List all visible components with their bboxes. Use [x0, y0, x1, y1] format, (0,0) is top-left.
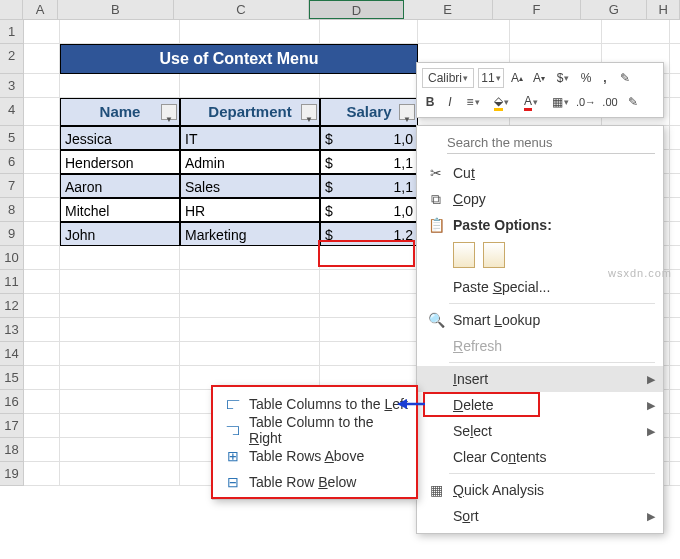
menu-sort[interactable]: Sort▶ — [417, 503, 663, 529]
submenu-table-column-to-the-right[interactable]: ⫎Table Column to the Right — [213, 417, 416, 443]
col-header-C[interactable]: C — [174, 0, 309, 19]
cell-dept[interactable]: Marketing — [180, 222, 320, 246]
menu-smart-lookup[interactable]: 🔍Smart Lookup — [417, 307, 663, 333]
row-header-16[interactable]: 16 — [0, 390, 24, 414]
row-header-2[interactable]: 2 — [0, 44, 24, 74]
filter-icon[interactable] — [161, 104, 177, 120]
chevron-right-icon: ▶ — [647, 510, 655, 523]
cell-dept[interactable]: Sales — [180, 174, 320, 198]
cell-name[interactable]: John — [60, 222, 180, 246]
format-icon[interactable]: ✎ — [624, 92, 642, 112]
borders-icon[interactable]: ▦ — [548, 92, 572, 112]
table-header-name: Name — [60, 98, 180, 126]
row-header-19[interactable]: 19 — [0, 462, 24, 486]
accounting-format-icon[interactable]: $ — [552, 68, 574, 88]
page-title: Use of Context Menu — [60, 44, 418, 74]
menu-insert[interactable]: Insert▶ — [417, 366, 663, 392]
font-name-select[interactable]: Calibri — [422, 68, 474, 88]
fill-color-icon[interactable]: ⬙ — [488, 92, 514, 112]
menu-quick-analysis[interactable]: ▦Quick Analysis — [417, 477, 663, 503]
spreadsheet-grid: ABCDEFGH 12345678910111213141516171819 U… — [0, 0, 680, 20]
cell-salary[interactable]: $1,2 — [320, 222, 418, 246]
menu-copy[interactable]: ⧉Copy — [417, 186, 663, 212]
col-header-B[interactable]: B — [58, 0, 174, 19]
row-header-3[interactable]: 3 — [0, 74, 24, 98]
▦-icon: ▦ — [425, 482, 447, 498]
row-header-6[interactable]: 6 — [0, 150, 24, 174]
⧉-icon: ⧉ — [425, 191, 447, 208]
context-menu: ✂Cut⧉Copy📋Paste Options:Paste Special...… — [416, 125, 664, 534]
row-header-15[interactable]: 15 — [0, 366, 24, 390]
row-header-10[interactable]: 10 — [0, 246, 24, 270]
menu-select[interactable]: Select▶ — [417, 418, 663, 444]
row-header-8[interactable]: 8 — [0, 198, 24, 222]
menu-delete[interactable]: Delete▶ — [417, 392, 663, 418]
col-header-F[interactable]: F — [493, 0, 582, 19]
row-header-1[interactable]: 1 — [0, 20, 24, 44]
paste-icon: 📋 — [425, 217, 447, 233]
menu-search-input[interactable] — [447, 132, 655, 154]
row-header-5[interactable]: 5 — [0, 126, 24, 150]
format-painter-icon[interactable]: ✎ — [616, 68, 634, 88]
cell-salary[interactable]: $1,1 — [320, 150, 418, 174]
row-header-17[interactable]: 17 — [0, 414, 24, 438]
cell-name[interactable]: Aaron — [60, 174, 180, 198]
cell-name[interactable]: Jessica — [60, 126, 180, 150]
menu-cut[interactable]: ✂Cut — [417, 160, 663, 186]
table-header-salary: Salary — [320, 98, 418, 126]
cell-dept[interactable]: IT — [180, 126, 320, 150]
cell-name[interactable]: Mitchel — [60, 198, 180, 222]
table-header-department: Department — [180, 98, 320, 126]
decrease-font-icon[interactable]: A▾ — [530, 68, 548, 88]
row-header-18[interactable]: 18 — [0, 438, 24, 462]
cell-dept[interactable]: Admin — [180, 150, 320, 174]
chevron-right-icon: ▶ — [647, 373, 655, 386]
bold-button[interactable]: B — [422, 92, 438, 112]
row-header-14[interactable]: 14 — [0, 342, 24, 366]
watermark: wsxdn.com — [608, 267, 672, 279]
cell-name[interactable]: Henderson — [60, 150, 180, 174]
✂-icon: ✂ — [425, 165, 447, 181]
increase-decimal-icon[interactable]: .0→ — [576, 92, 596, 112]
menu-refresh: Refresh — [417, 333, 663, 359]
font-color-icon[interactable]: A — [518, 92, 544, 112]
paste-option-icon[interactable] — [483, 242, 505, 268]
col-header-G[interactable]: G — [581, 0, 647, 19]
comma-format-icon[interactable]: , — [598, 68, 612, 88]
cell-salary[interactable]: $1,0 — [320, 126, 418, 150]
row-header-7[interactable]: 7 — [0, 174, 24, 198]
table-insert-icon: ⊟ — [221, 474, 245, 490]
menu-clear-contents[interactable]: Clear Contents — [417, 444, 663, 470]
insert-submenu: ⫍Table Columns to the Left⫎Table Column … — [212, 386, 417, 500]
cell-salary[interactable]: $1,0 — [320, 198, 418, 222]
font-size-select[interactable]: 11 — [478, 68, 504, 88]
mini-toolbar: Calibri 11 A▴ A▾ $ % , ✎ B I ≡ ⬙ A ▦ .0→… — [416, 62, 664, 118]
row-headers: 12345678910111213141516171819 — [0, 20, 24, 486]
italic-button[interactable]: I — [442, 92, 458, 112]
🔍-icon: 🔍 — [425, 312, 447, 328]
row-header-12[interactable]: 12 — [0, 294, 24, 318]
table-insert-icon: ⫍ — [221, 396, 245, 412]
submenu-table-rows-above[interactable]: ⊞Table Rows Above — [213, 443, 416, 469]
percent-format-icon[interactable]: % — [578, 68, 594, 88]
filter-icon[interactable] — [301, 104, 317, 120]
col-header-H[interactable]: H — [647, 0, 680, 19]
filter-icon[interactable] — [399, 104, 415, 120]
row-header-9[interactable]: 9 — [0, 222, 24, 246]
col-header-A[interactable]: A — [23, 0, 58, 19]
row-header-11[interactable]: 11 — [0, 270, 24, 294]
row-header-13[interactable]: 13 — [0, 318, 24, 342]
col-header-D[interactable]: D — [309, 0, 404, 19]
chevron-right-icon: ▶ — [647, 425, 655, 438]
cell-salary[interactable]: $1,1 — [320, 174, 418, 198]
col-header-E[interactable]: E — [404, 0, 493, 19]
decrease-decimal-icon[interactable]: .00 — [600, 92, 620, 112]
align-icon[interactable]: ≡ — [462, 92, 484, 112]
submenu-table-row-below[interactable]: ⊟Table Row Below — [213, 469, 416, 495]
column-headers: ABCDEFGH — [0, 0, 680, 20]
increase-font-icon[interactable]: A▴ — [508, 68, 526, 88]
cell-dept[interactable]: HR — [180, 198, 320, 222]
row-header-4[interactable]: 4 — [0, 98, 24, 126]
paste-option-icon[interactable] — [453, 242, 475, 268]
table-insert-icon: ⊞ — [221, 448, 245, 464]
